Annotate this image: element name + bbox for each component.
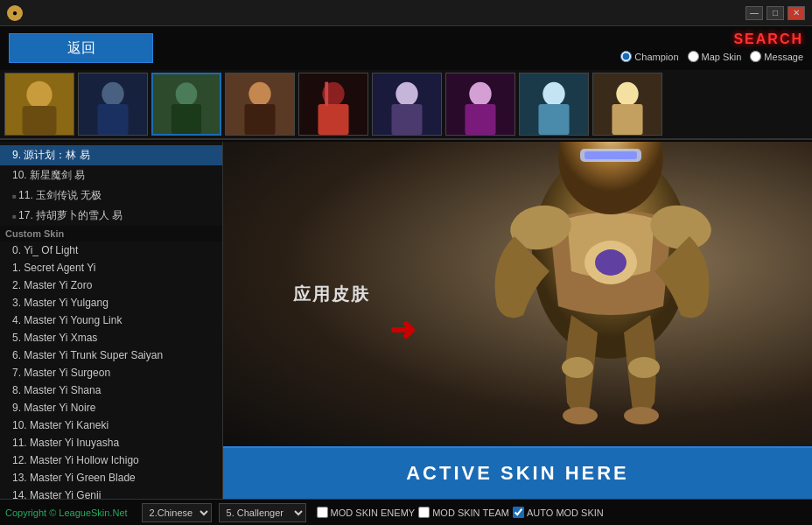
- main-area: 应用皮肤 ➜ ACTIVE SKIN HERE: [223, 142, 812, 499]
- skin-item-official-11[interactable]: 11. 玉剑传说 无极: [0, 186, 222, 206]
- skin-item-custom-10[interactable]: 10. Master Yi Kaneki: [0, 416, 222, 434]
- search-label: SEARCH: [733, 32, 803, 47]
- svg-rect-5: [97, 104, 128, 135]
- champion-icon-7[interactable]: [445, 73, 515, 136]
- mod-enemy-text: MOD SKIN ENEMY: [331, 508, 416, 518]
- svg-rect-14: [318, 104, 348, 135]
- title-bar: ● — □ ✕: [0, 0, 812, 26]
- svg-point-1: [26, 81, 52, 108]
- champion-icon-9[interactable]: [592, 73, 662, 136]
- radio-message-label: Message: [764, 52, 803, 62]
- minimize-button[interactable]: —: [746, 6, 763, 20]
- svg-rect-24: [538, 104, 569, 135]
- skin-item-custom-12[interactable]: 12. Master Yi Hollow Ichigo: [0, 452, 222, 469]
- skin-select[interactable]: 1. Default 2. Classic 3. Headhunter 4. V…: [219, 503, 306, 522]
- skin-item-custom-1[interactable]: 1. Secret Agent Yi: [0, 259, 222, 276]
- skin-item-official-17[interactable]: 17. 持胡萝卜的雪人 易: [0, 206, 222, 226]
- title-bar-controls[interactable]: — □ ✕: [746, 6, 805, 20]
- mod-team-label[interactable]: MOD SKIN TEAM: [418, 507, 509, 518]
- svg-rect-33: [584, 151, 637, 159]
- skin-item-official-9[interactable]: 9. 源计划：林 易: [0, 145, 222, 165]
- checkbox-group: MOD SKIN ENEMY MOD SKIN TEAM AUTO MOD SK…: [317, 507, 604, 518]
- svg-point-4: [102, 82, 123, 106]
- active-skin-label: ACTIVE SKIN HERE: [406, 462, 629, 485]
- champion-artwork: 应用皮肤 ➜: [223, 142, 812, 446]
- champion-icon-5[interactable]: [298, 73, 368, 136]
- svg-point-17: [396, 82, 417, 106]
- mod-enemy-checkbox[interactable]: [317, 507, 328, 518]
- arrow-indicator: ➜: [389, 312, 416, 348]
- skin-item-custom-4[interactable]: 4. Master Yi Young Link: [0, 312, 222, 329]
- svg-point-38: [563, 407, 598, 424]
- svg-rect-8: [172, 104, 201, 134]
- skin-item-custom-0[interactable]: 0. Yi_ Of Light: [0, 242, 222, 259]
- champions-row: [0, 70, 812, 140]
- auto-mod-text: AUTO MOD SKIN: [527, 508, 604, 518]
- svg-rect-18: [391, 104, 422, 135]
- svg-point-36: [562, 357, 593, 378]
- search-area: SEARCH Champion Map Skin Message: [620, 32, 803, 62]
- svg-rect-15: [325, 82, 328, 106]
- skin-item-custom-8[interactable]: 8. Master Yi Shana: [0, 382, 222, 399]
- skin-item-custom-9[interactable]: 9. Master Yi Noire: [0, 399, 222, 416]
- left-panel: 9. 源计划：林 易 10. 新星魔剑 易 11. 玉剑传说 无极 17. 持胡…: [0, 142, 223, 499]
- back-button[interactable]: 返回: [9, 33, 153, 63]
- champion-icon-3[interactable]: [151, 73, 221, 136]
- skin-item-custom-11[interactable]: 11. Master Yi Inuyasha: [0, 434, 222, 452]
- svg-point-26: [616, 82, 638, 106]
- custom-skin-header: Custom Skin: [0, 226, 222, 242]
- svg-point-35: [595, 249, 626, 276]
- skin-list[interactable]: 9. 源计划：林 易 10. 新星魔剑 易 11. 玉剑传说 无极 17. 持胡…: [0, 142, 222, 499]
- skin-item-custom-2[interactable]: 2. Master Yi Zoro: [0, 276, 222, 294]
- svg-point-23: [542, 82, 564, 106]
- svg-rect-21: [465, 104, 495, 135]
- auto-mod-checkbox[interactable]: [513, 507, 524, 518]
- svg-point-7: [176, 82, 198, 106]
- svg-rect-27: [612, 104, 642, 135]
- mod-team-checkbox[interactable]: [418, 507, 430, 518]
- radio-champion-label: Champion: [634, 52, 678, 62]
- skin-item-custom-13[interactable]: 13. Master Yi Green Blade: [0, 469, 222, 486]
- mod-enemy-label[interactable]: MOD SKIN ENEMY: [317, 507, 416, 518]
- svg-point-20: [469, 82, 491, 106]
- mod-team-text: MOD SKIN TEAM: [432, 508, 509, 518]
- radio-mapskin[interactable]: Map Skin: [688, 51, 742, 62]
- svg-rect-11: [244, 104, 275, 135]
- champion-icon-1[interactable]: [4, 73, 74, 136]
- search-radios[interactable]: Champion Map Skin Message: [620, 51, 803, 62]
- skin-item-custom-6[interactable]: 6. Master Yi Trunk Super Saiyan: [0, 346, 222, 364]
- svg-point-37: [628, 357, 660, 378]
- radio-mapskin-label: Map Skin: [702, 52, 742, 62]
- auto-mod-label[interactable]: AUTO MOD SKIN: [513, 507, 604, 518]
- title-bar-left: ●: [7, 5, 23, 21]
- skin-item-custom-7[interactable]: 7. Master Yi Surgeon: [0, 364, 222, 382]
- svg-rect-2: [23, 106, 57, 135]
- skin-item-custom-5[interactable]: 5. Master Yi Xmas: [0, 329, 222, 346]
- champion-icon-8[interactable]: [519, 73, 589, 136]
- app-icon: ●: [7, 5, 23, 21]
- active-skin-button[interactable]: ACTIVE SKIN HERE: [223, 446, 812, 499]
- champion-icon-4[interactable]: [225, 73, 295, 136]
- apply-skin-text: 应用皮肤: [293, 283, 370, 306]
- skin-item-custom-3[interactable]: 3. Master Yi Yulgang: [0, 294, 222, 312]
- close-button[interactable]: ✕: [788, 6, 805, 20]
- champion-icon-2[interactable]: [78, 73, 148, 136]
- copyright-text: Copyright © LeagueSkin.Net: [5, 508, 128, 518]
- language-select[interactable]: 1.English 2.Chinese 3.Korean 4.Thai: [142, 503, 212, 522]
- bottom-bar: Copyright © LeagueSkin.Net 1.English 2.C…: [0, 499, 812, 525]
- champion-silhouette: [436, 142, 768, 446]
- maximize-button[interactable]: □: [766, 6, 784, 20]
- skin-item-custom-14[interactable]: 14. Master Yi Genji: [0, 486, 222, 499]
- radio-champion[interactable]: Champion: [620, 51, 678, 62]
- champion-icon-6[interactable]: [372, 73, 442, 136]
- skin-item-official-10[interactable]: 10. 新星魔剑 易: [0, 165, 222, 186]
- svg-point-39: [624, 407, 659, 424]
- radio-message[interactable]: Message: [750, 51, 803, 62]
- svg-point-10: [248, 82, 270, 106]
